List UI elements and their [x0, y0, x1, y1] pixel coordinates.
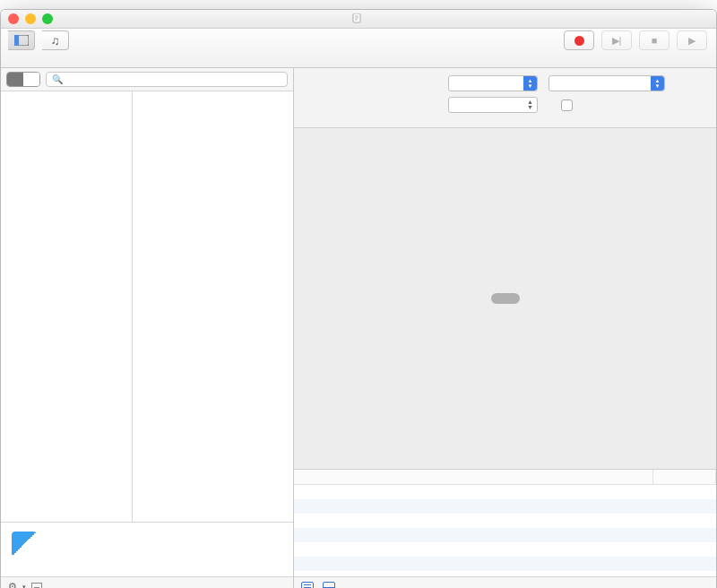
right-footer — [294, 576, 716, 588]
select-application[interactable]: ▲▼ — [549, 75, 665, 91]
tab-variables[interactable] — [23, 73, 39, 86]
chevron-down-icon[interactable]: ▾ — [22, 584, 26, 589]
select-input-type[interactable]: ▲▼ — [448, 75, 538, 91]
log-view-icon[interactable] — [301, 582, 314, 589]
gear-icon[interactable]: ⚙︎ — [8, 581, 17, 588]
workflow-panel: ▲▼ ▲▼ ▲▼ — [294, 68, 716, 588]
log-panel — [294, 469, 716, 576]
music-note-icon: ♫ — [51, 34, 60, 48]
category-column[interactable] — [1, 91, 133, 522]
record-icon — [574, 36, 584, 46]
collapse-desc-icon[interactable] — [31, 583, 42, 589]
service-config: ▲▼ ▲▼ ▲▼ — [294, 68, 716, 128]
window-title — [1, 13, 716, 25]
actions-column[interactable] — [133, 91, 293, 522]
document-icon — [352, 13, 362, 23]
stop-button[interactable]: ■ — [639, 30, 669, 50]
left-footer: ⚙︎ ▾ — [1, 576, 293, 588]
canvas-hint — [491, 293, 520, 304]
svg-rect-2 — [14, 35, 19, 46]
minimize-window-button[interactable] — [25, 13, 36, 24]
log-rows — [294, 485, 716, 576]
search-input[interactable]: 🔍 — [46, 72, 288, 87]
step-icon: ▶| — [612, 35, 622, 47]
close-window-button[interactable] — [8, 13, 19, 24]
select-input-scope[interactable]: ▲▼ — [448, 97, 538, 113]
library-tabs — [6, 72, 40, 87]
search-icon: 🔍 — [52, 74, 63, 84]
finder-icon — [12, 532, 37, 557]
library-toggle[interactable] — [8, 30, 35, 50]
svg-rect-0 — [353, 13, 360, 22]
results-view-icon[interactable] — [323, 582, 335, 589]
checkbox-output-replaces[interactable] — [561, 99, 573, 111]
tab-actions[interactable] — [7, 73, 23, 86]
log-header-message[interactable] — [294, 470, 653, 484]
workflow-canvas[interactable] — [294, 128, 716, 469]
toolbar: ♫ ▶| ■ ▶ — [1, 29, 716, 68]
automator-window: ♫ ▶| ■ ▶ 🔍 — [0, 9, 717, 588]
step-button[interactable]: ▶| — [601, 30, 632, 50]
titlebar — [1, 10, 716, 29]
stop-icon: ■ — [652, 35, 658, 46]
record-button[interactable] — [564, 30, 594, 50]
description-panel — [1, 523, 293, 576]
media-toggle[interactable]: ♫ — [42, 30, 69, 50]
log-header-duration[interactable] — [653, 470, 716, 484]
play-icon: ▶ — [688, 35, 695, 47]
zoom-window-button[interactable] — [42, 13, 53, 24]
sidebar-icon — [14, 35, 29, 46]
run-button[interactable]: ▶ — [677, 30, 707, 50]
library-panel: 🔍 ⚙︎ ▾ — [1, 68, 294, 588]
